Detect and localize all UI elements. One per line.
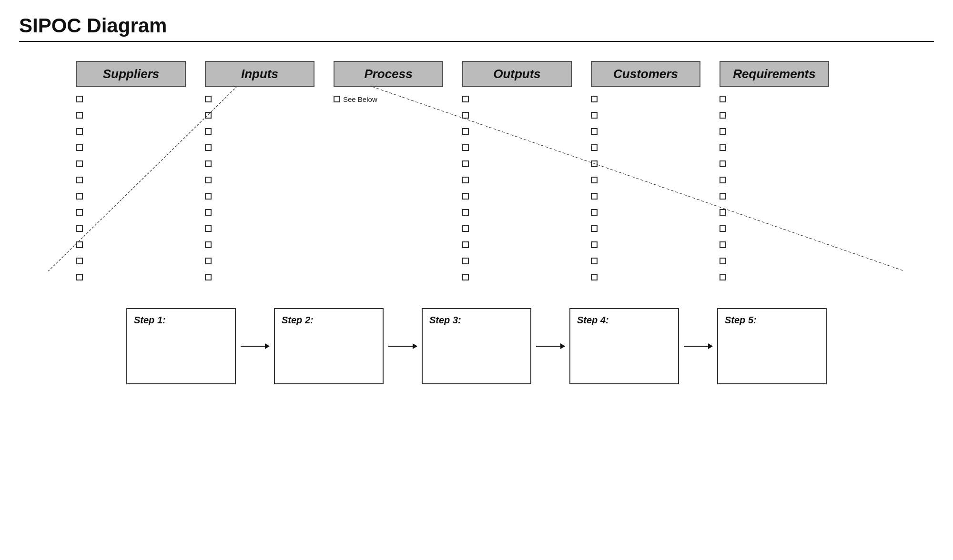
checkbox-icon[interactable] xyxy=(720,258,726,264)
checkbox-icon[interactable] xyxy=(76,96,83,102)
checkbox-icon[interactable] xyxy=(205,241,212,248)
checkbox-icon[interactable] xyxy=(462,193,469,200)
checkbox-icon[interactable] xyxy=(720,128,726,135)
list-item xyxy=(205,221,314,236)
checkbox-icon[interactable] xyxy=(462,96,469,102)
checkbox-icon[interactable] xyxy=(591,258,598,264)
checkbox-icon[interactable] xyxy=(591,144,598,151)
process-header: Process xyxy=(334,61,443,87)
checkbox-icon[interactable] xyxy=(76,193,83,200)
checkbox-icon[interactable] xyxy=(205,128,212,135)
checkbox-icon[interactable] xyxy=(76,241,83,248)
checkbox-icon[interactable] xyxy=(720,241,726,248)
checkbox-icon[interactable] xyxy=(205,96,212,102)
suppliers-header: Suppliers xyxy=(76,61,186,87)
list-item xyxy=(720,124,829,139)
checkbox-icon[interactable] xyxy=(591,274,598,280)
list-item xyxy=(462,270,572,284)
checkbox-icon[interactable] xyxy=(591,128,598,135)
checkbox-icon[interactable] xyxy=(462,128,469,135)
checkbox-icon[interactable] xyxy=(205,209,212,216)
list-item xyxy=(591,124,700,139)
checkbox-icon[interactable] xyxy=(205,258,212,264)
sipoc-grid: Suppliers xyxy=(48,61,905,284)
list-item xyxy=(205,205,314,220)
checkbox-icon[interactable] xyxy=(462,209,469,216)
list-item xyxy=(205,270,314,284)
checkbox-icon[interactable] xyxy=(76,258,83,264)
checkbox-icon[interactable] xyxy=(205,112,212,119)
checkbox-icon[interactable] xyxy=(76,177,83,183)
checkbox-icon[interactable] xyxy=(720,274,726,280)
sipoc-container: Suppliers xyxy=(19,61,934,384)
customers-items xyxy=(591,92,700,284)
checkbox-icon[interactable] xyxy=(720,96,726,102)
checkbox-icon[interactable] xyxy=(76,274,83,280)
list-item xyxy=(720,92,829,106)
checkbox-icon[interactable] xyxy=(462,258,469,264)
checkbox-icon[interactable] xyxy=(76,112,83,119)
checkbox-icon[interactable] xyxy=(462,144,469,151)
checkbox-icon[interactable] xyxy=(76,160,83,167)
list-item xyxy=(591,270,700,284)
checkbox-icon[interactable] xyxy=(462,225,469,232)
arrow-1-2 xyxy=(236,346,274,347)
step1-label: Step 1: xyxy=(134,315,166,325)
step5-box[interactable]: Step 5: xyxy=(717,308,827,384)
list-item xyxy=(76,238,186,252)
checkbox-icon[interactable] xyxy=(462,241,469,248)
checkbox-icon[interactable] xyxy=(720,160,726,167)
process-column: Process See Below xyxy=(334,61,443,284)
checkbox-icon[interactable] xyxy=(76,225,83,232)
checkbox-icon[interactable] xyxy=(76,144,83,151)
list-item xyxy=(205,108,314,122)
list-item xyxy=(591,238,700,252)
suppliers-items xyxy=(76,92,186,284)
checkbox-icon[interactable] xyxy=(462,160,469,167)
checkbox-icon[interactable] xyxy=(720,225,726,232)
step2-box[interactable]: Step 2: xyxy=(274,308,384,384)
list-item xyxy=(205,124,314,139)
checkbox-icon[interactable] xyxy=(720,177,726,183)
checkbox-icon[interactable] xyxy=(720,144,726,151)
checkbox-icon[interactable] xyxy=(205,177,212,183)
list-item xyxy=(205,238,314,252)
checkbox-icon[interactable] xyxy=(591,112,598,119)
checkbox-icon[interactable] xyxy=(462,274,469,280)
step5-label: Step 5: xyxy=(725,315,757,325)
checkbox-icon[interactable] xyxy=(591,96,598,102)
outputs-column: Outputs xyxy=(462,61,572,284)
checkbox-icon[interactable] xyxy=(205,144,212,151)
checkbox-icon[interactable] xyxy=(334,96,340,102)
checkbox-icon[interactable] xyxy=(205,160,212,167)
checkbox-icon[interactable] xyxy=(205,274,212,280)
list-item xyxy=(591,108,700,122)
checkbox-icon[interactable] xyxy=(462,177,469,183)
checkbox-icon[interactable] xyxy=(720,193,726,200)
list-item xyxy=(205,189,314,203)
checkbox-icon[interactable] xyxy=(76,128,83,135)
checkbox-icon[interactable] xyxy=(591,160,598,167)
checkbox-icon[interactable] xyxy=(591,193,598,200)
step1-box[interactable]: Step 1: xyxy=(126,308,236,384)
checkbox-icon[interactable] xyxy=(205,225,212,232)
inputs-items xyxy=(205,92,314,284)
checkbox-icon[interactable] xyxy=(591,241,598,248)
checkbox-icon[interactable] xyxy=(720,209,726,216)
list-item xyxy=(591,221,700,236)
checkbox-icon[interactable] xyxy=(591,225,598,232)
checkbox-icon[interactable] xyxy=(591,177,598,183)
process-items: See Below xyxy=(334,92,443,106)
checkbox-icon[interactable] xyxy=(205,193,212,200)
step4-box[interactable]: Step 4: xyxy=(569,308,679,384)
checkbox-icon[interactable] xyxy=(720,112,726,119)
arrow-2-3 xyxy=(384,346,422,347)
arrow-line-icon xyxy=(241,346,269,347)
outputs-header: Outputs xyxy=(462,61,572,87)
step3-box[interactable]: Step 3: xyxy=(422,308,531,384)
list-item xyxy=(720,205,829,220)
checkbox-icon[interactable] xyxy=(462,112,469,119)
checkbox-icon[interactable] xyxy=(591,209,598,216)
list-item xyxy=(76,205,186,220)
checkbox-icon[interactable] xyxy=(76,209,83,216)
